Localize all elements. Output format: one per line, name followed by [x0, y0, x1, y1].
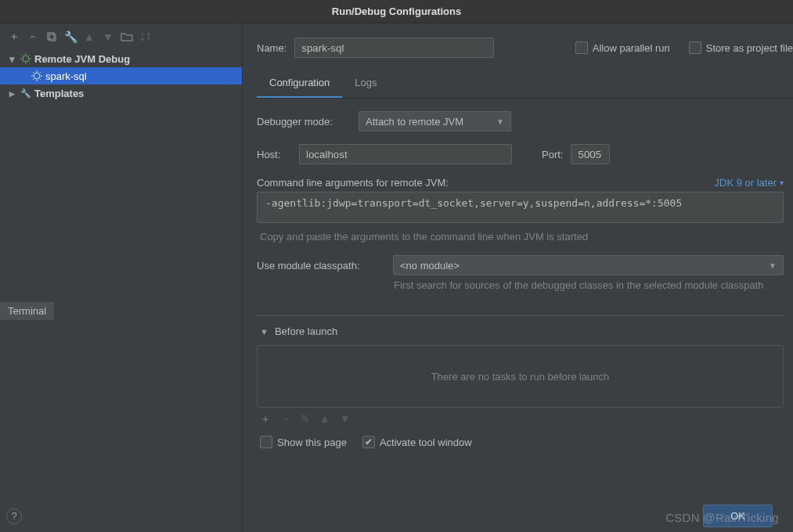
wrench-icon: 🔧 — [20, 88, 31, 99]
svg-point-2 — [23, 56, 29, 62]
config-tree: ▾ Remote JVM Debug spark-sql ▸ 🔧 Templat… — [0, 46, 242, 532]
chevron-right-icon: ▸ — [6, 88, 17, 99]
show-this-page-label: Show this page — [277, 437, 347, 448]
chevron-down-icon: ▾ — [780, 178, 784, 187]
chevron-down-icon: ▼ — [496, 117, 504, 126]
tab-logs[interactable]: Logs — [342, 70, 389, 98]
activate-tool-window-label: Activate tool window — [380, 437, 472, 448]
terminal-tab[interactable]: Terminal — [0, 302, 54, 320]
tree-node-spark-sql[interactable]: spark-sql — [0, 67, 242, 84]
wrench-icon[interactable]: 🔧 — [64, 31, 77, 43]
name-label: Name: — [257, 42, 287, 54]
tabs: Configuration Logs — [257, 70, 793, 99]
left-panel: ＋ － 🔧 ▲ ▼ ▾ Remote JVM Debug — [0, 23, 243, 532]
svg-rect-1 — [49, 34, 56, 41]
sort-icon[interactable] — [139, 31, 152, 43]
up-icon[interactable]: ▲ — [319, 412, 330, 426]
before-launch-label: Before launch — [275, 325, 337, 337]
cmdargs-textarea[interactable]: -agentlib:jdwp=transport=dt_socket,serve… — [257, 192, 784, 223]
remove-icon[interactable]: － — [280, 412, 291, 426]
debugger-mode-label: Debugger mode: — [257, 116, 351, 128]
port-label: Port: — [542, 149, 563, 160]
window-title: Run/Debug Configurations — [0, 0, 793, 23]
module-classpath-select[interactable]: <no module> ▼ — [393, 255, 784, 275]
chevron-down-icon: ▼ — [260, 327, 269, 336]
before-launch-expander[interactable]: ▼ Before launch — [257, 316, 788, 345]
copy-icon[interactable] — [45, 31, 58, 43]
up-icon[interactable]: ▲ — [83, 31, 96, 43]
tree-node-templates[interactable]: ▸ 🔧 Templates — [0, 84, 242, 102]
folder-icon[interactable] — [121, 31, 133, 43]
chevron-down-icon: ▼ — [769, 261, 777, 270]
copy-hint: Copy and paste the arguments to the comm… — [260, 231, 788, 243]
edit-icon[interactable]: ✎ — [301, 412, 310, 426]
name-input[interactable] — [294, 38, 494, 58]
down-icon[interactable]: ▼ — [340, 412, 351, 426]
allow-parallel-label: Allow parallel run — [593, 42, 670, 54]
host-input[interactable] — [299, 144, 512, 164]
debug-icon — [20, 53, 31, 64]
right-panel: Name: Allow parallel run Store as projec… — [243, 23, 793, 532]
store-project-file-checkbox[interactable] — [689, 41, 701, 54]
tab-configuration[interactable]: Configuration — [257, 70, 342, 98]
add-icon[interactable]: ＋ — [260, 412, 271, 426]
svg-rect-0 — [48, 33, 54, 39]
remove-icon[interactable]: － — [27, 31, 39, 43]
down-icon[interactable]: ▼ — [102, 31, 114, 43]
debugger-mode-value: Attach to remote JVM — [366, 116, 463, 128]
tree-node-remote-jvm-debug[interactable]: ▾ Remote JVM Debug — [0, 50, 242, 67]
jdk-label: JDK 9 or later — [715, 177, 777, 189]
tree-node-label: Remote JVM Debug — [34, 53, 130, 65]
store-project-file-label: Store as project file — [706, 42, 793, 54]
add-icon[interactable]: ＋ — [8, 31, 20, 43]
show-this-page-checkbox[interactable] — [260, 436, 272, 448]
cmdargs-label: Command line arguments for remote JVM: — [257, 177, 449, 189]
module-classpath-label: Use module classpath: — [257, 260, 385, 271]
before-launch-toolbar: ＋ － ✎ ▲ ▼ — [257, 408, 788, 431]
help-button[interactable]: ? — [6, 509, 22, 524]
before-launch-list: There are no tasks to run before launch — [257, 345, 784, 408]
tree-toolbar: ＋ － 🔧 ▲ ▼ — [0, 27, 242, 46]
host-label: Host: — [257, 149, 291, 160]
module-classpath-value: <no module> — [400, 260, 460, 271]
allow-parallel-checkbox[interactable] — [575, 41, 588, 54]
activate-tool-window-checkbox[interactable] — [362, 436, 375, 448]
module-classpath-hint: First search for sources of the debugged… — [394, 279, 785, 293]
port-input[interactable] — [571, 144, 610, 164]
jdk-select[interactable]: JDK 9 or later ▾ — [715, 177, 784, 189]
tree-node-label: spark-sql — [45, 70, 87, 82]
chevron-down-icon: ▾ — [6, 53, 17, 65]
svg-point-3 — [34, 73, 40, 79]
debugger-mode-select[interactable]: Attach to remote JVM ▼ — [359, 111, 511, 131]
tree-node-label: Templates — [34, 88, 84, 99]
ok-button[interactable]: OK — [703, 505, 773, 527]
debug-icon — [31, 70, 42, 81]
before-launch-empty: There are no tasks to run before launch — [431, 371, 610, 383]
